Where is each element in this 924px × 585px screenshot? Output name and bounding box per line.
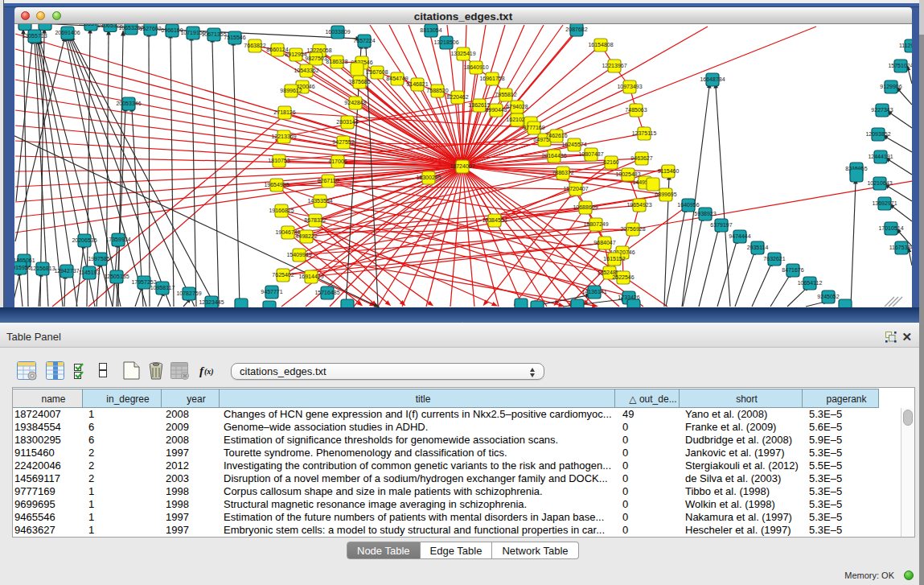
svg-text:2718126: 2718126 — [273, 109, 295, 115]
svg-text:9899612: 9899612 — [280, 88, 302, 93]
svg-text:6794028: 6794028 — [506, 104, 528, 109]
svg-text:9827503: 9827503 — [305, 56, 326, 61]
svg-text:20756928: 20756928 — [620, 226, 645, 232]
svg-text:12213967: 12213967 — [602, 63, 626, 68]
svg-text:9427552: 9427552 — [332, 139, 354, 145]
svg-text:20206535: 20206535 — [72, 237, 97, 243]
svg-text:16033809: 16033809 — [325, 29, 350, 35]
svg-text:7625402: 7625402 — [272, 272, 294, 278]
svg-text:13325419: 13325419 — [450, 51, 475, 56]
svg-text:11675334: 11675334 — [889, 245, 912, 250]
svg-text:9915956: 9915956 — [14, 265, 31, 270]
svg-text:7588520: 7588520 — [426, 88, 448, 93]
svg-text:7955812: 7955812 — [495, 92, 516, 97]
svg-text:10543362: 10543362 — [294, 68, 318, 73]
svg-text:9457771: 9457771 — [261, 289, 282, 295]
svg-text:13055713: 13055713 — [22, 33, 47, 39]
svg-text:10973493: 10973493 — [617, 84, 642, 89]
svg-text:12505135: 12505135 — [104, 274, 129, 279]
svg-text:20691406: 20691406 — [55, 30, 80, 35]
svg-text:12942737: 12942737 — [54, 268, 79, 274]
svg-text:10807487: 10807487 — [578, 151, 603, 157]
svg-text:9463627: 9463627 — [630, 155, 652, 161]
svg-text:7663822: 7663822 — [244, 43, 265, 48]
svg-text:20053346: 20053346 — [116, 101, 141, 106]
svg-text:19384554: 19384554 — [482, 217, 507, 223]
svg-text:10654112: 10654112 — [798, 280, 823, 286]
svg-text:7485063: 7485063 — [625, 107, 647, 113]
svg-text:10671355: 10671355 — [201, 31, 226, 37]
svg-text:13218506: 13218506 — [433, 39, 458, 45]
svg-text:17359934: 17359934 — [105, 237, 130, 242]
svg-text:9146821: 9146821 — [406, 81, 428, 87]
svg-text:9115460: 9115460 — [658, 168, 680, 174]
svg-text:4498222: 4498222 — [295, 233, 317, 239]
svg-text:18807249: 18807249 — [583, 221, 608, 227]
svg-text:1615152: 1615152 — [603, 256, 625, 262]
svg-text:(x): (x) — [204, 367, 214, 377]
svg-text:14136141: 14136141 — [581, 289, 606, 295]
svg-text:2935114: 2935114 — [747, 245, 769, 250]
svg-text:1810753: 1810753 — [268, 158, 290, 163]
svg-text:6899695: 6899695 — [655, 192, 676, 197]
svg-text:2522546: 2522546 — [612, 274, 634, 280]
svg-text:8471676: 8471676 — [782, 267, 803, 273]
svg-text:15716485: 15716485 — [314, 290, 339, 295]
svg-text:16914479: 16914479 — [298, 274, 323, 279]
svg-text:8220462: 8220462 — [446, 94, 468, 100]
svg-text:8454749: 8454749 — [386, 76, 408, 81]
svg-text:16648784: 16648784 — [700, 76, 725, 82]
svg-text:1145193: 1145193 — [79, 270, 101, 275]
svg-text:2803144: 2803144 — [336, 119, 358, 125]
svg-text:8186328: 8186328 — [326, 59, 347, 64]
svg-text:15409949: 15409949 — [286, 252, 311, 257]
svg-text:11129531: 11129531 — [899, 43, 912, 48]
svg-text:10958117: 10958117 — [150, 285, 175, 290]
svg-text:7632621: 7632621 — [763, 256, 785, 262]
svg-text:417006: 417006 — [328, 159, 347, 164]
svg-text:18640910: 18640910 — [463, 64, 488, 70]
svg-text:10025483: 10025483 — [615, 171, 640, 177]
svg-text:17957253: 17957253 — [131, 279, 156, 285]
svg-text:19654985: 19654985 — [264, 182, 289, 187]
svg-text:18724007: 18724007 — [450, 163, 474, 169]
svg-text:19654923: 19654923 — [626, 202, 651, 208]
svg-text:12323445: 12323445 — [199, 299, 224, 305]
svg-text:13692971: 13692971 — [872, 200, 897, 206]
svg-text:8678332: 8678332 — [304, 217, 326, 223]
svg-text:16961758: 16961758 — [479, 76, 504, 81]
svg-text:6379197: 6379197 — [710, 222, 732, 228]
svg-text:8912954: 8912954 — [285, 51, 306, 57]
svg-text:10782759: 10782759 — [176, 290, 201, 296]
svg-text:16154808: 16154808 — [588, 42, 613, 47]
svg-text:1527602: 1527602 — [139, 26, 161, 31]
svg-text:9227343: 9227343 — [871, 107, 893, 113]
svg-text:16245574: 16245574 — [561, 142, 586, 147]
svg-text:17010514: 17010514 — [878, 225, 903, 231]
svg-text:15751024: 15751024 — [888, 63, 912, 68]
svg-text:1640956: 1640956 — [677, 202, 699, 208]
svg-text:19975857: 19975857 — [88, 256, 113, 262]
svg-text:15720407: 15720407 — [563, 186, 588, 192]
svg-text:14353594: 14353594 — [307, 198, 332, 204]
svg-text:9242848: 9242848 — [344, 100, 366, 105]
svg-text:12156813: 12156813 — [30, 266, 55, 271]
svg-text:3875685: 3875685 — [348, 79, 370, 84]
svg-text:19166825: 19166825 — [269, 208, 294, 213]
svg-text:2087682: 2087682 — [565, 27, 587, 32]
svg-text:20164436: 20164436 — [541, 153, 566, 159]
svg-text:9684047: 9684047 — [593, 240, 615, 245]
svg-text:9474444: 9474444 — [729, 233, 750, 239]
svg-text:9245052: 9245052 — [817, 294, 839, 299]
svg-text:10688609: 10688609 — [573, 204, 598, 210]
svg-text:8990448: 8990448 — [485, 107, 507, 113]
svg-text:12375115: 12375115 — [632, 130, 657, 136]
svg-text:2367608: 2367608 — [366, 69, 388, 75]
svg-text:8267110: 8267110 — [318, 178, 339, 183]
svg-text:62160: 62160 — [603, 159, 619, 165]
svg-text:7462616: 7462616 — [545, 133, 567, 138]
svg-text:5938923: 5938923 — [694, 211, 716, 216]
svg-text:9129906: 9129906 — [880, 84, 901, 89]
svg-text:7515546: 7515546 — [224, 35, 245, 40]
svg-text:10210643: 10210643 — [867, 180, 892, 186]
